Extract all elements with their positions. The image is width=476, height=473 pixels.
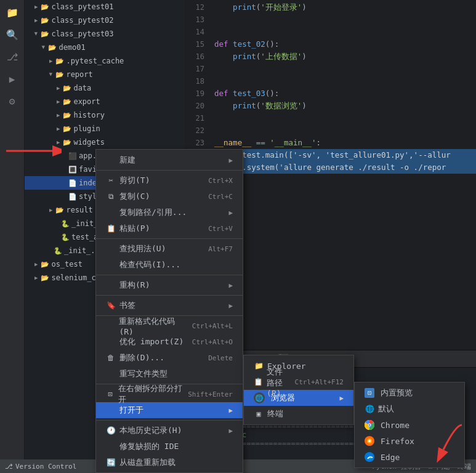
menu-item-repair-ide[interactable]: 修复缺损的 IDE xyxy=(96,439,243,455)
bookmark-icon: 🔖 xyxy=(106,301,116,310)
tree-item-report[interactable]: ▶ 📂 report xyxy=(25,68,185,81)
tree-item-label: class_pytest02 xyxy=(51,16,113,25)
menu-separator xyxy=(96,275,243,275)
code-line xyxy=(214,75,476,87)
menu-item-optimize-imports[interactable]: 优化 import(Z) Ctrl+Alt+O xyxy=(96,334,243,350)
folder-icon: 📂 xyxy=(55,57,64,65)
submenu-arrow: ▶ xyxy=(228,209,233,217)
menu-item-override-filetype[interactable]: 重写文件类型 xyxy=(96,366,243,382)
split-icon: ⊡ xyxy=(106,390,115,398)
menu-item-split-open[interactable]: ⊡ 在右侧拆分部分打开 Shift+Enter xyxy=(96,386,243,402)
extensions-icon[interactable]: ⚙ xyxy=(2,91,22,111)
explorer-icon[interactable]: 📁 xyxy=(2,2,22,22)
menu-shortcut: Ctrl+Alt+O xyxy=(192,338,233,346)
menu-item-reformat[interactable]: 重新格式化代码(R) Ctrl+Alt+L xyxy=(96,318,243,334)
git-icon[interactable]: ⎇ xyxy=(2,47,22,67)
menu-item-refactor[interactable]: 重构(R) ▶ xyxy=(96,277,243,293)
code-line: print('开始登录') xyxy=(214,1,476,14)
menu-label: 浏览器 xyxy=(271,392,295,403)
submenu-arrow: ▶ xyxy=(228,406,233,414)
submenu-chrome[interactable]: Chrome xyxy=(355,417,464,433)
search-icon[interactable]: 🔍 xyxy=(2,25,22,44)
tree-item-plugin[interactable]: ▶ 📂 plugin xyxy=(25,122,185,135)
file-ico-icon: 🔳 xyxy=(68,166,77,174)
menu-shortcut: Alt+F7 xyxy=(208,245,233,253)
submenu-arrow: ▶ xyxy=(339,394,344,402)
submenu-builtin-preview[interactable]: ⊡ 内置预览 xyxy=(355,385,464,401)
code-line xyxy=(214,63,476,75)
chrome-svg-icon xyxy=(365,420,374,430)
tree-item-export[interactable]: ▶ 📂 export xyxy=(25,95,185,108)
submenu-terminal[interactable]: ▣ 终端 xyxy=(244,406,353,422)
folder-icon: 📂 xyxy=(41,3,49,11)
submenu-firefox[interactable]: Firefox xyxy=(355,433,464,449)
menu-item-cut[interactable]: ✂ 剪切(T) Ctrl+X xyxy=(96,172,243,188)
file-py-icon: 🐍 xyxy=(61,233,70,241)
menu-item-reload-from-disk[interactable]: 🔄 从磁盘重新加载 xyxy=(96,455,243,471)
firefox-svg-icon xyxy=(365,436,374,446)
menu-item-delete[interactable]: 🗑 删除(D)... Delete xyxy=(96,350,243,366)
builtin-preview-icon: ⊡ xyxy=(365,388,374,398)
version-control-status[interactable]: ⎇ Version Control xyxy=(5,463,76,471)
menu-label: 重构(R) xyxy=(119,280,150,291)
tree-item-label: class_pytest01 xyxy=(51,2,113,11)
menu-label: Firefox xyxy=(381,437,414,446)
menu-shortcut: Ctrl+Alt+L xyxy=(192,322,233,330)
file-py-icon: 🐍 xyxy=(61,220,70,228)
submenu-default-browser[interactable]: 🌐 默认 xyxy=(355,401,464,417)
menu-separator xyxy=(96,295,243,296)
menu-item-paste[interactable]: 📋 粘贴(P) Ctrl+V xyxy=(96,220,243,236)
tree-item-demo01[interactable]: ▶ 📂 demo01 xyxy=(25,41,185,54)
tree-item-data[interactable]: ▶ 📂 data xyxy=(25,81,185,95)
menu-item-copy-path[interactable]: 复制路径/引用... ▶ xyxy=(96,204,243,220)
git-status-icon: ⎇ xyxy=(5,463,13,471)
tree-item-label: export xyxy=(73,97,100,106)
folder-icon: 📂 xyxy=(63,125,71,133)
tree-item-history[interactable]: ▶ 📂 history xyxy=(25,108,185,122)
folder-icon: 📂 xyxy=(63,139,71,147)
expand-arrow: ▶ xyxy=(34,17,38,23)
tree-item-class_pytest02[interactable]: ▶ 📂 class_pytest02 xyxy=(25,14,185,27)
menu-shortcut: Delete xyxy=(208,354,233,362)
tree-item-class_pytest03[interactable]: ▶ 📂 class_pytest03 xyxy=(25,27,185,41)
run-icon[interactable]: ▶ xyxy=(2,69,22,89)
reload-icon: 🔄 xyxy=(106,458,116,467)
code-line xyxy=(214,112,476,124)
activity-bar: 📁 🔍 ⎇ ▶ ⚙ xyxy=(0,0,25,473)
paste-icon: 📋 xyxy=(106,224,116,233)
menu-label: 打开于 xyxy=(119,405,143,416)
code-content[interactable]: print('开始登录') def test_02(): print('上传数据… xyxy=(209,0,476,350)
copy-icon: ⧉ xyxy=(106,192,116,201)
file-html-icon: 📄 xyxy=(68,179,77,187)
tree-item-widgets[interactable]: ▶ 📂 widgets xyxy=(25,135,185,149)
tree-item-class_pytest01[interactable]: ▶ 📂 class_pytest01 xyxy=(25,0,185,14)
menu-label: 检查代码(I)... xyxy=(119,259,180,270)
default-browser-icon: 🌐 xyxy=(365,405,374,413)
expand-arrow: ▶ xyxy=(34,261,38,267)
file-css-icon: 📄 xyxy=(68,193,77,201)
tree-item-label: plugin xyxy=(73,124,100,133)
menu-shortcut: Ctrl+Alt+F12 xyxy=(295,378,344,386)
folder-icon: 📂 xyxy=(48,44,57,52)
menu-label: 粘贴(P) xyxy=(119,223,150,234)
menu-separator xyxy=(96,238,243,239)
folder-icon: 📂 xyxy=(55,206,64,214)
menu-label: 删除(D)... xyxy=(119,352,164,363)
menu-item-local-history[interactable]: 🕐 本地历史记录(H) ▶ xyxy=(96,422,243,439)
tree-item-label: .pytest_cache xyxy=(66,57,124,65)
terminal-submenu-icon: ▣ xyxy=(254,410,264,418)
menu-item-copy[interactable]: ⧉ 复制(C) Ctrl+C xyxy=(96,188,243,204)
submenu-browser[interactable]: 🌐 浏览器 ▶ xyxy=(244,390,353,406)
menu-item-new[interactable]: 新建 ▶ xyxy=(96,152,243,168)
tree-item-label: widgets xyxy=(73,138,105,147)
submenu-filepath[interactable]: 📋 文件路径(P) Ctrl+Alt+F12 xyxy=(244,374,353,390)
tree-item-label: data xyxy=(73,84,91,92)
expand-arrow: ▶ xyxy=(41,46,47,49)
submenu-edge[interactable]: Edge xyxy=(355,449,464,465)
menu-item-bookmark[interactable]: 🔖 书签 ▶ xyxy=(96,297,243,313)
tree-item-pytest_cache[interactable]: ▶ 📂 .pytest_cache xyxy=(25,54,185,68)
menu-item-find-usages[interactable]: 查找用法(U) Alt+F7 xyxy=(96,241,243,257)
menu-label: 修复缺损的 IDE xyxy=(119,441,179,452)
code-line: def test_03(): xyxy=(214,87,476,100)
menu-item-inspect-code[interactable]: 检查代码(I)... xyxy=(96,257,243,273)
